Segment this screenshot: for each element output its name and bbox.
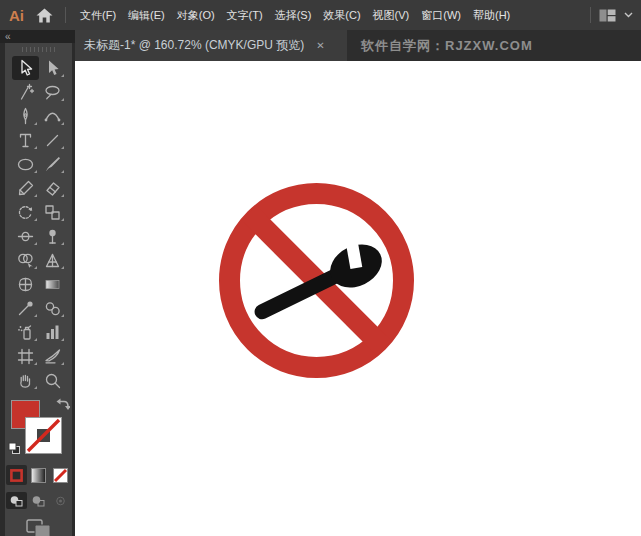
document-tab-bar: 未标题-1* @ 160.72% (CMYK/GPU 预览) ✕ 软件自学网：R… bbox=[75, 30, 641, 61]
column-graph-icon bbox=[43, 323, 62, 342]
main-menu: 文件(F) 编辑(E) 对象(O) 文字(T) 选择(S) 效果(C) 视图(V… bbox=[74, 0, 516, 30]
type-tool[interactable] bbox=[12, 128, 39, 152]
draw-inside-icon bbox=[53, 495, 68, 507]
magic-wand-tool[interactable] bbox=[12, 80, 39, 104]
draw-normal-button[interactable] bbox=[6, 492, 27, 509]
home-icon bbox=[36, 8, 53, 23]
curvature-tool[interactable] bbox=[39, 104, 66, 128]
width-icon bbox=[16, 227, 35, 246]
change-screen-mode-button[interactable] bbox=[5, 519, 72, 536]
paintbrush-icon bbox=[43, 155, 62, 174]
draw-normal-icon bbox=[9, 495, 24, 507]
width-tool[interactable] bbox=[12, 224, 39, 248]
mesh-tool[interactable] bbox=[12, 272, 39, 296]
gradient-icon bbox=[43, 275, 62, 294]
rotate-icon bbox=[16, 203, 35, 222]
direct-selection-icon bbox=[43, 59, 62, 78]
type-icon bbox=[16, 131, 35, 150]
watermark-text: 软件自学网：RJZXW.COM bbox=[361, 37, 533, 55]
draw-behind-button[interactable] bbox=[28, 492, 49, 509]
menu-item-type[interactable]: 文字(T) bbox=[221, 0, 269, 30]
puppet-warp-icon bbox=[43, 227, 62, 246]
collapse-panel-button[interactable]: « bbox=[5, 32, 11, 42]
scale-tool[interactable] bbox=[39, 200, 66, 224]
menu-item-object[interactable]: 对象(O) bbox=[171, 0, 221, 30]
curvature-icon bbox=[43, 107, 62, 126]
eraser-icon bbox=[43, 179, 62, 198]
zoom-icon bbox=[43, 371, 62, 390]
default-swatches-icon[interactable] bbox=[8, 441, 21, 459]
puppet-warp-tool[interactable] bbox=[39, 224, 66, 248]
panel-grip[interactable] bbox=[5, 43, 72, 55]
menu-item-file[interactable]: 文件(F) bbox=[74, 0, 122, 30]
home-button[interactable] bbox=[36, 8, 53, 23]
menu-divider bbox=[65, 7, 66, 23]
none-mode-button[interactable] bbox=[50, 465, 71, 485]
slice-icon bbox=[43, 347, 62, 366]
hand-tool[interactable] bbox=[12, 368, 39, 392]
blend-icon bbox=[43, 299, 62, 318]
perspective-grid-tool[interactable] bbox=[39, 248, 66, 272]
tools-panel bbox=[5, 43, 72, 536]
paintbrush-tool[interactable] bbox=[39, 152, 66, 176]
color-mode-buttons bbox=[5, 465, 72, 485]
direct-selection-tool[interactable] bbox=[39, 56, 66, 80]
color-mode-button[interactable] bbox=[6, 465, 27, 485]
ellipse-tool[interactable] bbox=[12, 152, 39, 176]
perspective-grid-icon bbox=[43, 251, 62, 270]
gradient-tool[interactable] bbox=[39, 272, 66, 296]
shape-builder-icon bbox=[16, 251, 35, 270]
illustrator-window: Ai 文件(F) 编辑(E) 对象(O) 文字(T) 选择(S) 效果(C) 视… bbox=[0, 0, 641, 536]
left-panel-column: « bbox=[0, 30, 75, 536]
shape-builder-tool[interactable] bbox=[12, 248, 39, 272]
zoom-tool[interactable] bbox=[39, 368, 66, 392]
eraser-tool[interactable] bbox=[39, 176, 66, 200]
menu-item-effect[interactable]: 效果(C) bbox=[317, 0, 366, 30]
menu-item-select[interactable]: 选择(S) bbox=[269, 0, 318, 30]
artboard-tool[interactable] bbox=[12, 344, 39, 368]
grip-dots bbox=[22, 47, 56, 52]
panel-header-strip: « bbox=[0, 30, 75, 43]
line-segment-icon bbox=[43, 131, 62, 150]
gradient-mode-button[interactable] bbox=[28, 465, 49, 485]
artboard-icon bbox=[16, 347, 35, 366]
menu-item-edit[interactable]: 编辑(E) bbox=[122, 0, 171, 30]
document-tab-title: 未标题-1* @ 160.72% (CMYK/GPU 预览) bbox=[84, 37, 304, 54]
pen-icon bbox=[16, 107, 35, 126]
artboard-canvas[interactable] bbox=[75, 61, 641, 536]
menu-bar-right bbox=[590, 0, 633, 30]
mesh-icon bbox=[16, 275, 35, 294]
pen-tool[interactable] bbox=[12, 104, 39, 128]
screen-mode-icon bbox=[26, 519, 52, 536]
blend-tool[interactable] bbox=[39, 296, 66, 320]
chevron-down-icon[interactable] bbox=[624, 12, 633, 18]
tab-close-icon[interactable]: ✕ bbox=[316, 40, 324, 51]
lasso-tool[interactable] bbox=[39, 80, 66, 104]
stroke-swatch[interactable] bbox=[25, 417, 62, 454]
menu-divider bbox=[590, 7, 591, 23]
selection-tool[interactable] bbox=[12, 56, 39, 80]
column-graph-tool[interactable] bbox=[39, 320, 66, 344]
rotate-tool[interactable] bbox=[12, 200, 39, 224]
hand-icon bbox=[16, 371, 35, 390]
slice-tool[interactable] bbox=[39, 344, 66, 368]
no-wrench-sign[interactable] bbox=[219, 183, 414, 378]
menu-item-view[interactable]: 视图(V) bbox=[367, 0, 416, 30]
pencil-icon bbox=[16, 179, 35, 198]
document-tab[interactable]: 未标题-1* @ 160.72% (CMYK/GPU 预览) ✕ bbox=[75, 30, 347, 61]
pencil-tool[interactable] bbox=[12, 176, 39, 200]
tools-grid bbox=[5, 56, 72, 392]
swap-fill-stroke-icon[interactable] bbox=[55, 397, 70, 415]
fill-stroke-controls bbox=[5, 397, 72, 461]
menu-item-window[interactable]: 窗口(W) bbox=[415, 0, 467, 30]
none-icon bbox=[53, 468, 68, 483]
workspace-layout-icon[interactable] bbox=[599, 9, 616, 22]
line-segment-tool[interactable] bbox=[39, 128, 66, 152]
eyedropper-tool[interactable] bbox=[12, 296, 39, 320]
draw-inside-button[interactable] bbox=[50, 492, 71, 509]
scale-icon bbox=[43, 203, 62, 222]
draw-behind-icon bbox=[31, 495, 46, 507]
menu-item-help[interactable]: 帮助(H) bbox=[467, 0, 516, 30]
eyedropper-icon bbox=[16, 299, 35, 318]
symbol-sprayer-tool[interactable] bbox=[12, 320, 39, 344]
